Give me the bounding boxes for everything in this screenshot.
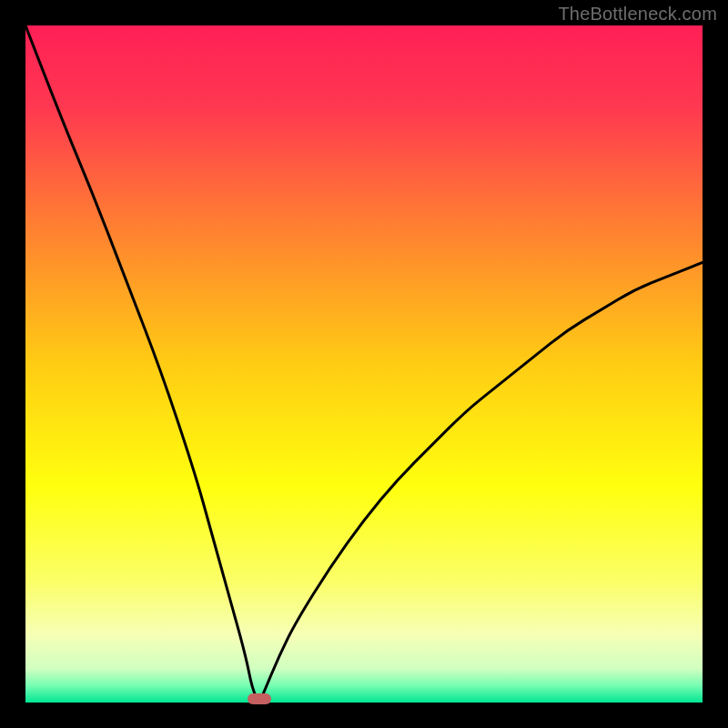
- watermark-text: TheBottleneck.com: [558, 4, 717, 25]
- plot-area: [25, 25, 703, 703]
- chart-frame: TheBottleneck.com: [0, 0, 728, 728]
- bottleneck-curve: [25, 25, 703, 701]
- optimal-marker: [248, 693, 271, 704]
- curve-layer: [25, 25, 703, 703]
